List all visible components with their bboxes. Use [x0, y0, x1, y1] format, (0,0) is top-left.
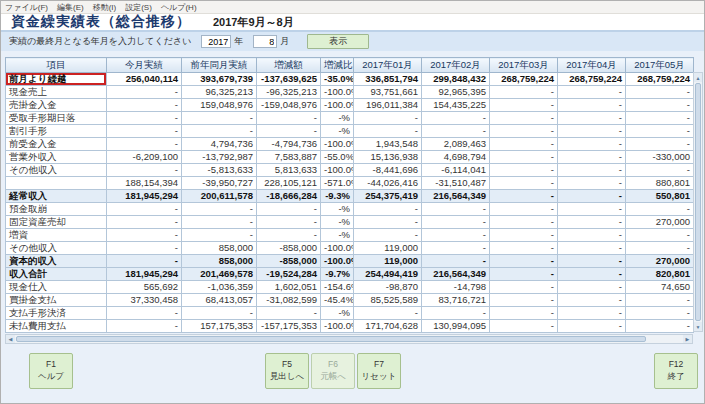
horizontal-scrollbar[interactable]: ◀ ▶ — [5, 334, 693, 344]
item-cell[interactable]: その他収入 — [6, 242, 107, 255]
value-cell[interactable]: 565,692 — [107, 281, 182, 294]
value-cell[interactable]: 270,000 — [626, 255, 694, 268]
value-cell[interactable]: - — [626, 294, 694, 307]
value-cell[interactable]: 820,801 — [626, 268, 694, 281]
value-cell[interactable]: - — [490, 164, 558, 177]
value-cell[interactable]: 119,000 — [354, 242, 422, 255]
item-cell[interactable]: 売掛金入金 — [6, 99, 107, 112]
value-cell[interactable]: - — [354, 203, 422, 216]
value-cell[interactable]: 181,945,294 — [107, 268, 182, 281]
value-cell[interactable]: - — [107, 125, 182, 138]
value-cell[interactable]: - — [354, 307, 422, 320]
value-cell[interactable]: -571.0% — [321, 177, 354, 190]
value-cell[interactable]: 83,716,721 — [422, 294, 490, 307]
value-cell[interactable]: 216,564,349 — [422, 268, 490, 281]
value-cell[interactable]: - — [490, 320, 558, 333]
scroll-left-icon[interactable]: ◀ — [6, 335, 15, 343]
item-cell[interactable]: 固定資産売却 — [6, 216, 107, 229]
value-cell[interactable]: 130,994,095 — [422, 320, 490, 333]
value-cell[interactable]: -5,813,633 — [182, 164, 257, 177]
horizontal-scroll-thumb[interactable] — [16, 336, 646, 342]
value-cell[interactable]: - — [422, 112, 490, 125]
menu-help[interactable]: ヘルプ(H) — [161, 2, 197, 13]
value-cell[interactable]: - — [107, 229, 182, 242]
scroll-up-icon[interactable]: ▲ — [694, 73, 702, 82]
value-cell[interactable]: 7,583,887 — [257, 151, 321, 164]
value-cell[interactable]: - — [626, 86, 694, 99]
value-cell[interactable]: - — [490, 190, 558, 203]
value-cell[interactable]: 159,048,976 — [182, 99, 257, 112]
value-cell[interactable]: - — [626, 138, 694, 151]
value-cell[interactable]: 37,330,458 — [107, 294, 182, 307]
value-cell[interactable]: - — [558, 190, 626, 203]
year-input[interactable] — [201, 35, 231, 48]
value-cell[interactable]: - — [490, 268, 558, 281]
value-cell[interactable]: -8,441,696 — [354, 164, 422, 177]
go-to-ledger-button[interactable]: F6 元帳へ — [311, 353, 355, 389]
value-cell[interactable]: -18,666,284 — [257, 190, 321, 203]
value-cell[interactable]: 200,611,578 — [182, 190, 257, 203]
value-cell[interactable]: 157,175,353 — [182, 320, 257, 333]
value-cell[interactable]: - — [490, 229, 558, 242]
value-cell[interactable]: -100.0% — [321, 242, 354, 255]
value-cell[interactable]: - — [422, 125, 490, 138]
value-cell[interactable]: -6,114,041 — [422, 164, 490, 177]
value-cell[interactable]: 858,000 — [182, 242, 257, 255]
value-cell[interactable]: - — [182, 216, 257, 229]
value-cell[interactable]: - — [182, 112, 257, 125]
value-cell[interactable]: -154.6% — [321, 281, 354, 294]
vertical-scrollbar[interactable]: ▲ ▼ — [693, 72, 703, 332]
item-cell[interactable]: 前受金入金 — [6, 138, 107, 151]
exit-button[interactable]: F12 終了 — [654, 353, 698, 389]
value-cell[interactable]: - — [626, 99, 694, 112]
value-cell[interactable]: -137,639,625 — [257, 73, 321, 86]
value-cell[interactable]: -13,792,987 — [182, 151, 257, 164]
value-cell[interactable]: - — [558, 151, 626, 164]
value-cell[interactable]: - — [558, 281, 626, 294]
value-cell[interactable]: 256,040,114 — [107, 73, 182, 86]
value-cell[interactable]: -% — [321, 229, 354, 242]
value-cell[interactable]: - — [558, 112, 626, 125]
item-cell[interactable]: 営業外収入 — [6, 151, 107, 164]
value-cell[interactable]: -14,798 — [422, 281, 490, 294]
value-cell[interactable]: -55.0% — [321, 151, 354, 164]
scroll-down-icon[interactable]: ▼ — [694, 322, 702, 331]
value-cell[interactable]: - — [490, 138, 558, 151]
value-cell[interactable]: - — [257, 112, 321, 125]
value-cell[interactable]: -19,524,284 — [257, 268, 321, 281]
value-cell[interactable]: 201,469,578 — [182, 268, 257, 281]
value-cell[interactable]: -45.4% — [321, 294, 354, 307]
menu-move[interactable]: 移動(I) — [93, 2, 117, 13]
value-cell[interactable]: -159,048,976 — [257, 99, 321, 112]
value-cell[interactable]: 74,650 — [626, 281, 694, 294]
value-cell[interactable]: - — [257, 216, 321, 229]
value-cell[interactable]: - — [107, 320, 182, 333]
value-cell[interactable]: - — [182, 307, 257, 320]
value-cell[interactable]: -39,950,727 — [182, 177, 257, 190]
value-cell[interactable]: 270,000 — [626, 216, 694, 229]
value-cell[interactable]: - — [626, 320, 694, 333]
value-cell[interactable]: 268,759,224 — [490, 73, 558, 86]
value-cell[interactable]: - — [257, 125, 321, 138]
value-cell[interactable]: - — [107, 99, 182, 112]
value-cell[interactable]: - — [626, 307, 694, 320]
value-cell[interactable]: -858,000 — [257, 255, 321, 268]
value-cell[interactable]: - — [107, 112, 182, 125]
value-cell[interactable]: - — [558, 216, 626, 229]
value-cell[interactable]: - — [422, 242, 490, 255]
value-cell[interactable]: - — [558, 125, 626, 138]
value-cell[interactable]: - — [626, 229, 694, 242]
value-cell[interactable]: 228,105,121 — [257, 177, 321, 190]
value-cell[interactable]: - — [182, 125, 257, 138]
display-button[interactable]: 表示 — [307, 34, 369, 49]
value-cell[interactable]: - — [626, 203, 694, 216]
value-cell[interactable]: 299,848,432 — [422, 73, 490, 86]
value-cell[interactable]: 268,759,224 — [558, 73, 626, 86]
help-button[interactable]: F1 ヘルプ — [29, 353, 73, 389]
item-cell[interactable]: 現金売上 — [6, 86, 107, 99]
value-cell[interactable]: 171,704,628 — [354, 320, 422, 333]
item-cell[interactable]: 受取手形期日落 — [6, 112, 107, 125]
value-cell[interactable]: - — [490, 125, 558, 138]
value-cell[interactable]: - — [490, 203, 558, 216]
item-cell[interactable]: 未払費用支払 — [6, 320, 107, 333]
